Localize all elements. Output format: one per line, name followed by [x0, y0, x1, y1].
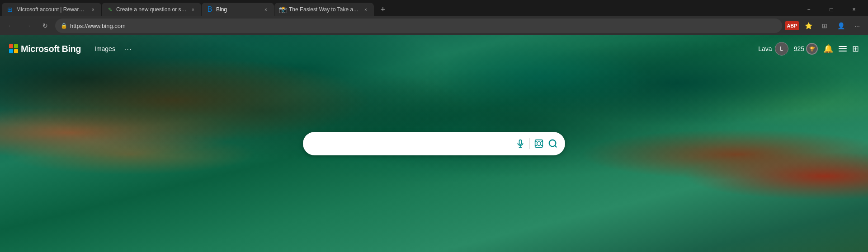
rewards-icon: 🏆 — [806, 43, 818, 55]
nav-more-button[interactable]: ··· — [124, 45, 132, 52]
mic-button[interactable] — [516, 139, 525, 148]
rewards-points: 925 — [794, 45, 804, 52]
search-submit-button[interactable] — [548, 139, 558, 149]
toolbar-right: ABP ⭐ ⊞ 👤 ··· — [785, 19, 864, 33]
address-input-container[interactable]: 🔒 — [55, 19, 782, 33]
tab-close-ms-rewards[interactable]: × — [90, 6, 97, 13]
logo-square-blue — [9, 49, 13, 53]
tab-favicon-quiz: ✎ — [106, 6, 113, 13]
back-button[interactable]: ← — [4, 19, 18, 33]
forward-button[interactable]: → — [21, 19, 35, 33]
address-bar: ← → ↻ 🔒 ABP ⭐ ⊞ 👤 ··· — [0, 16, 868, 35]
hamburger-line-2 — [839, 48, 847, 49]
bing-logo-text: Microsoft Bing — [21, 44, 81, 54]
tab-bar: ⊞ Microsoft account | Rewards Da... × ✎ … — [0, 0, 868, 16]
search-input[interactable] — [310, 139, 511, 149]
profile-button[interactable]: 👤 — [834, 19, 848, 33]
collections-button[interactable]: ⊞ — [817, 19, 832, 33]
tab-favicon-easiest: 📸 — [279, 6, 286, 13]
new-tab-button[interactable]: + — [376, 3, 390, 16]
search-divider — [529, 138, 530, 149]
tab-favicon-ms-rewards: ⊞ — [6, 6, 14, 13]
maximize-button[interactable]: □ — [821, 3, 842, 16]
tab-close-bing[interactable]: × — [262, 6, 269, 13]
tab-title-easiest: The Easiest Way to Take a Scree... — [289, 6, 359, 13]
address-input[interactable] — [70, 23, 777, 29]
hamburger-line-3 — [839, 51, 847, 51]
refresh-button[interactable]: ↻ — [38, 19, 52, 33]
favorites-button[interactable]: ⭐ — [801, 19, 816, 33]
apps-button[interactable]: ⊞ — [852, 44, 859, 54]
svg-point-4 — [537, 142, 541, 145]
bing-navbar-right: Lava L 925 🏆 🔔 ⊞ — [758, 42, 859, 56]
lock-icon: 🔒 — [61, 23, 67, 29]
logo-square-red — [9, 44, 13, 48]
search-box — [303, 132, 565, 155]
minimize-button[interactable]: − — [798, 3, 819, 16]
rewards-badge[interactable]: 925 🏆 — [794, 43, 818, 55]
user-name: Lava — [758, 45, 772, 52]
tab-favicon-bing: B — [206, 6, 213, 13]
tab-close-easiest[interactable]: × — [362, 6, 369, 13]
tab-title-bing: Bing — [216, 6, 259, 13]
abp-button[interactable]: ABP — [785, 21, 799, 30]
svg-rect-0 — [519, 140, 522, 145]
tab-close-quiz[interactable]: × — [189, 6, 197, 13]
tab-title-quiz: Create a new question or start a... — [116, 6, 187, 13]
tab-bing[interactable]: B Bing × — [202, 3, 274, 16]
logo-square-yellow — [14, 49, 18, 53]
bing-nav-links: Images ··· — [94, 45, 132, 52]
bing-user-button[interactable]: Lava L — [758, 42, 788, 56]
browser-chrome: ⊞ Microsoft account | Rewards Da... × ✎ … — [0, 0, 868, 35]
hamburger-menu-button[interactable] — [839, 46, 847, 51]
bing-page: Microsoft Bing Images ··· Lava L 925 🏆 🔔 — [0, 35, 868, 252]
microsoft-logo-squares — [9, 44, 18, 53]
window-controls: − □ × — [798, 3, 868, 16]
svg-line-10 — [555, 145, 557, 147]
user-avatar-initials: L — [780, 46, 783, 52]
nav-images[interactable]: Images — [94, 45, 115, 52]
notification-button[interactable]: 🔔 — [823, 44, 833, 54]
tab-title-ms-rewards: Microsoft account | Rewards Da... — [16, 6, 87, 13]
close-button[interactable]: × — [844, 3, 864, 16]
search-container — [303, 132, 565, 155]
svg-point-9 — [549, 140, 556, 147]
logo-square-green — [14, 44, 18, 48]
visual-search-button[interactable] — [534, 139, 543, 148]
tab-ms-rewards[interactable]: ⊞ Microsoft account | Rewards Da... × — [2, 3, 101, 16]
tab-quiz[interactable]: ✎ Create a new question or start a... × — [102, 3, 201, 16]
svg-rect-3 — [535, 140, 543, 148]
bing-navbar: Microsoft Bing Images ··· Lava L 925 🏆 🔔 — [0, 35, 868, 62]
hamburger-line-1 — [839, 46, 847, 47]
more-tools-button[interactable]: ··· — [850, 19, 864, 33]
bing-logo[interactable]: Microsoft Bing — [9, 44, 81, 54]
tab-easiest[interactable]: 📸 The Easiest Way to Take a Scree... × — [274, 3, 374, 16]
user-avatar: L — [775, 42, 788, 56]
